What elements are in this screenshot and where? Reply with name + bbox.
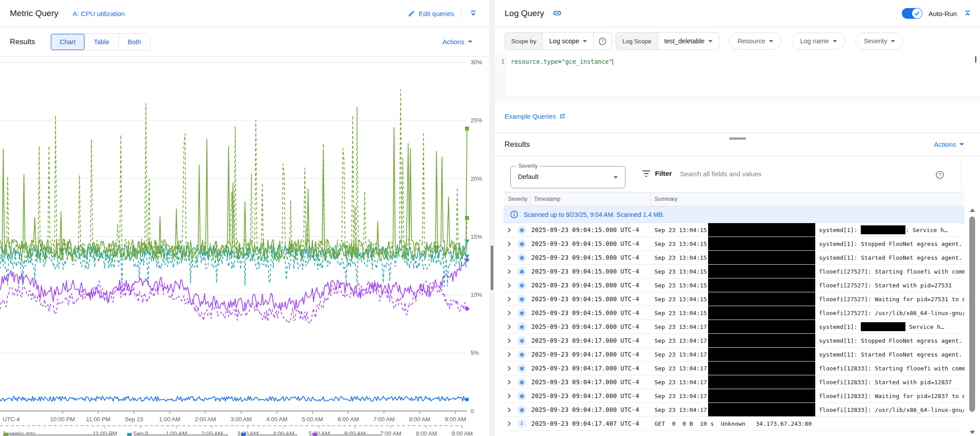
cpu-utilization-chart[interactable]: 30%25%20%15%10%5%010:00 PM11:00 PMSep 23… [0, 57, 489, 436]
scope-by-dropdown[interactable]: Log scope [542, 33, 593, 50]
log-row[interactable]: 2025-09-23 09:04:17.000 UTC-4Sep 23 13:0… [504, 389, 964, 403]
expand-chevron-icon[interactable] [505, 378, 513, 386]
table-header: Severity Timestamp Summary [504, 192, 964, 206]
resource-filter-pill[interactable]: Resource [729, 33, 782, 50]
filter-help-button[interactable]: ? [935, 170, 944, 181]
svg-text:6:00 AM: 6:00 AM [338, 416, 359, 423]
log-message-suffix: Service h… [905, 324, 944, 330]
help-icon: ? [935, 170, 944, 179]
log-message: flooefi[12833]: Starting flooefi with co… [819, 365, 964, 372]
metric-query-title: Metric Query [10, 8, 58, 18]
severity-default-icon [517, 239, 526, 249]
log-scope-dropdown[interactable]: test_deletable [658, 33, 719, 50]
expand-chevron-icon[interactable] [505, 406, 513, 414]
redacted-hostname [708, 348, 815, 361]
log-row[interactable]: 2025-09-23 09:04:17.000 UTC-4Sep 23 13:0… [504, 403, 964, 417]
scrollbar-thumb[interactable] [969, 216, 975, 412]
log-message: flooefi[27527]: Waiting for pid=27531 to… [819, 296, 964, 303]
tab-both[interactable]: Both [119, 34, 150, 50]
metric-actions-menu[interactable]: Actions [442, 38, 472, 46]
log-row[interactable]: 2025-09-23 09:04:15.000 UTC-4Sep 23 13:0… [504, 237, 964, 251]
log-row[interactable]: 2025-09-23 09:04:15.000 UTC-4Sep 23 13:0… [504, 278, 964, 292]
log-message: GET 0 0 B 10 s Unknown 34.173.67.243:80 [655, 420, 812, 427]
log-row[interactable]: 2025-09-23 09:04:17.000 UTC-4Sep 23 13:0… [504, 361, 964, 375]
expand-chevron-icon[interactable] [505, 226, 513, 234]
log-row[interactable]: 2025-09-23 09:04:15.000 UTC-4Sep 23 13:0… [504, 265, 964, 278]
chevron-down-icon [468, 41, 472, 43]
editor-scrollbar[interactable] [975, 56, 976, 62]
severity-default-icon [517, 364, 526, 373]
log-row[interactable]: i2025-09-23 09:04:17.407 UTC-4GET 0 0 B … [504, 417, 964, 431]
expand-chevron-icon[interactable] [505, 282, 513, 289]
log-row[interactable]: 2025-09-23 09:04:15.000 UTC-4Sep 23 13:0… [504, 306, 964, 320]
severity-default-icon [517, 350, 526, 359]
log-row[interactable]: 2025-09-23 09:04:17.000 UTC-4Sep 23 13:0… [504, 348, 964, 361]
expand-chevron-icon[interactable] [505, 240, 513, 248]
metric-results-bar: Results Chart Table Both Actions [0, 27, 489, 57]
collapse-up-icon[interactable] [963, 9, 972, 18]
metric-query-selector[interactable]: A: CPU utilization [73, 10, 125, 17]
example-queries-link[interactable]: Example Queries [505, 112, 566, 120]
collapse-panel-icon[interactable] [469, 9, 478, 18]
log-row[interactable]: 2025-09-23 09:04:15.000 UTC-4Sep 23 13:0… [504, 251, 964, 265]
syslog-time: Sep 23 13:04:17 [655, 365, 707, 372]
cloud-monitoring-split-view: Metric Query A: CPU utilization Edit que… [0, 0, 980, 436]
expand-chevron-icon[interactable] [505, 268, 513, 275]
log-row[interactable]: 2025-09-23 09:04:17.000 UTC-4Sep 23 13:0… [504, 375, 964, 389]
chevron-down-icon [613, 176, 618, 179]
log-scope-toolbar: Scope by Log scope ? Log Scope test_dele… [495, 27, 980, 55]
search-filter-input[interactable]: Filter Search all fields and values [642, 170, 762, 178]
log-timestamp: 2025-09-23 09:04:15.000 UTC-4 [531, 268, 639, 275]
log-summary: Sep 23 13:04:15 flooefi[27527]: Waiting … [655, 292, 964, 306]
redacted-hostname [708, 251, 815, 265]
expand-chevron-icon[interactable] [505, 420, 513, 428]
log-actions-menu[interactable]: Actions [934, 141, 964, 148]
copy-link-icon[interactable] [552, 8, 562, 18]
svg-text:25%: 25% [471, 117, 482, 124]
scope-help-button[interactable]: ? [593, 33, 611, 50]
expand-chevron-icon[interactable] [505, 254, 513, 262]
log-query-editor[interactable]: 1 resource.type="gce_instance" [495, 55, 980, 103]
chevron-down-icon [583, 40, 587, 42]
expand-chevron-icon[interactable] [505, 309, 513, 317]
scroll-down-arrow[interactable] [970, 431, 975, 434]
expand-chevron-icon[interactable] [505, 392, 513, 400]
redacted-unit-name [861, 225, 905, 234]
connector [612, 41, 616, 42]
auto-run-label: Auto-Run [929, 10, 957, 17]
svg-text:11:00 PM: 11:00 PM [86, 416, 111, 423]
log-timestamp: 2025-09-23 09:04:17.000 UTC-4 [531, 323, 639, 330]
severity-filter-pill[interactable]: Severity [855, 33, 904, 50]
log-row[interactable]: 2025-09-23 09:04:17.000 UTC-4Sep 23 13:0… [504, 334, 964, 348]
expand-chevron-icon[interactable] [505, 351, 513, 358]
tab-chart[interactable]: Chart [51, 34, 85, 50]
scroll-up-arrow[interactable] [970, 208, 975, 212]
auto-run-toggle[interactable] [902, 8, 922, 19]
redacted-hostname [708, 320, 815, 334]
panel-resize-handle[interactable] [491, 245, 493, 290]
log-row[interactable]: 2025-09-23 09:04:15.000 UTC-4Sep 23 13:0… [504, 292, 964, 306]
log-summary: Sep 23 13:04:17 systemd[1]: Service h… [655, 320, 964, 334]
svg-text:15%: 15% [471, 233, 482, 240]
expand-chevron-icon[interactable] [505, 365, 513, 372]
log-message: flooefi[27527]: Starting flooefi with co… [819, 268, 964, 275]
syslog-time: Sep 23 13:04:17 [655, 324, 707, 330]
severity-default-icon [517, 405, 526, 415]
log-scope-group: Log Scope test_deletable [616, 32, 719, 50]
svg-text:9:00 AM: 9:00 AM [445, 416, 466, 423]
log-message: flooefi[27527]: /usr/lib/x86_64-linux-gn… [819, 310, 964, 316]
log-row[interactable]: 2025-09-23 09:04:17.000 UTC-4Sep 23 13:0… [504, 320, 964, 334]
tab-table[interactable]: Table [85, 34, 119, 50]
expand-chevron-icon[interactable] [505, 323, 513, 331]
log-name-filter-pill[interactable]: Log name [792, 33, 846, 50]
log-row[interactable]: 2025-09-23 09:04:15.000 UTC-4Sep 23 13:0… [504, 223, 964, 237]
severity-select[interactable]: Severity Default [510, 166, 626, 188]
expand-chevron-icon[interactable] [505, 295, 513, 303]
edit-queries-button[interactable]: Edit queries [408, 10, 454, 17]
log-timestamp: 2025-09-23 09:04:17.000 UTC-4 [531, 365, 639, 372]
svg-text:8:00 AM: 8:00 AM [416, 430, 437, 436]
redacted-hostname [708, 361, 815, 375]
expand-chevron-icon[interactable] [505, 337, 513, 345]
log-message: flooefi[12833]: Started with pid=12837 [819, 379, 951, 386]
divider [961, 161, 961, 187]
